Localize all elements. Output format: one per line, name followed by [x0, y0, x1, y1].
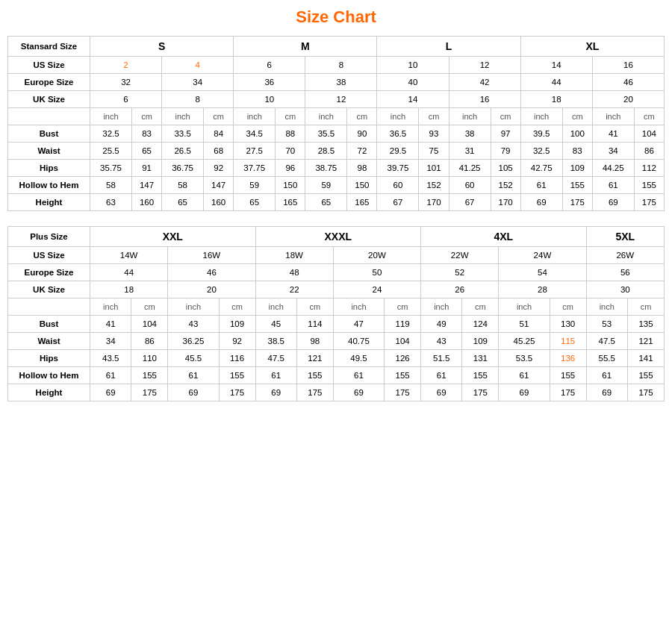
- standard-cell-2-13: 109: [562, 160, 592, 177]
- standard-cell-4-10: 67: [449, 194, 491, 211]
- standard-cell-2-3: 92: [204, 160, 234, 177]
- standard-cell-4-7: 165: [347, 194, 377, 211]
- standard-cell-4-11: 170: [491, 194, 520, 211]
- standard-cell-3-13: 155: [562, 177, 592, 194]
- standard-cell-2-15: 112: [634, 160, 664, 177]
- standard-cell-0-11: 97: [491, 125, 520, 143]
- plus-us-14w: 14W: [90, 247, 168, 264]
- plus-uk-28: 28: [499, 281, 586, 298]
- plus-cell-0-8: 49: [421, 316, 462, 333]
- standard-cell-1-7: 72: [347, 143, 377, 160]
- plus-cell-1-12: 47.5: [586, 333, 627, 350]
- eu-40: 40: [377, 74, 449, 91]
- plus-cell-0-6: 47: [333, 316, 384, 333]
- inch-header-5: inch: [377, 108, 419, 125]
- standard-cell-3-2: 58: [162, 177, 204, 194]
- plus-cell-4-8: 69: [421, 384, 462, 401]
- plus-eu-50: 50: [333, 264, 420, 281]
- standard-cell-3-14: 61: [592, 177, 634, 194]
- uk-12: 12: [305, 91, 377, 108]
- standard-cell-1-9: 75: [419, 143, 449, 160]
- uk-size-label: UK Size: [8, 91, 90, 108]
- plus-cell-1-11: 115: [550, 333, 586, 350]
- us-size-8: 8: [305, 57, 377, 74]
- standard-cell-1-1: 65: [132, 143, 162, 160]
- us-size-14: 14: [520, 57, 592, 74]
- us-size-16: 16: [592, 57, 664, 74]
- eu-36: 36: [234, 74, 305, 91]
- plus-cell-4-6: 69: [333, 384, 384, 401]
- plus-us-22w: 22W: [421, 247, 499, 264]
- plus-blank-header: [8, 298, 90, 316]
- plus-cell-4-4: 69: [255, 384, 296, 401]
- standard-row-label-3: Hollow to Hem: [8, 177, 90, 194]
- standard-cell-1-11: 79: [491, 143, 520, 160]
- plus-cell-0-12: 53: [586, 316, 627, 333]
- plus-cell-4-10: 69: [499, 384, 550, 401]
- plus-size-4xl: 4XL: [421, 227, 587, 247]
- us-size-label: US Size: [8, 57, 90, 74]
- standard-cell-1-3: 68: [204, 143, 234, 160]
- plus-cell-0-3: 109: [219, 316, 255, 333]
- plus-cell-0-9: 124: [462, 316, 499, 333]
- plus-cell-0-1: 104: [131, 316, 168, 333]
- plus-cell-3-12: 61: [586, 367, 627, 384]
- standard-cell-0-1: 83: [132, 125, 162, 143]
- plus-cell-2-12: 55.5: [586, 350, 627, 367]
- standard-cell-3-4: 59: [234, 177, 276, 194]
- plus-uk-24: 24: [333, 281, 420, 298]
- plus-cell-1-2: 36.25: [168, 333, 219, 350]
- plus-cell-3-1: 155: [131, 367, 168, 384]
- standard-cell-0-10: 38: [449, 125, 491, 143]
- standard-chart: Stansard Size S M L XL US Size 2 4 6 8 1…: [7, 36, 665, 211]
- plus-eu-54: 54: [499, 264, 586, 281]
- plus-cell-4-12: 69: [586, 384, 627, 401]
- plus-cell-2-9: 131: [462, 350, 499, 367]
- plus-europe-size-label: Europe Size: [8, 264, 90, 281]
- plus-inch-3: inch: [255, 298, 296, 316]
- standard-cell-4-5: 165: [276, 194, 305, 211]
- standard-cell-4-14: 69: [592, 194, 634, 211]
- plus-cell-0-10: 51: [499, 316, 550, 333]
- plus-cell-3-9: 155: [462, 367, 499, 384]
- standard-cell-1-2: 26.5: [162, 143, 204, 160]
- plus-inch-2: inch: [168, 298, 219, 316]
- standard-cell-1-12: 32.5: [520, 143, 562, 160]
- standard-table: Stansard Size S M L XL US Size 2 4 6 8 1…: [7, 36, 665, 211]
- uk-10: 10: [234, 91, 305, 108]
- plus-uk-22: 22: [255, 281, 333, 298]
- standard-cell-4-8: 67: [377, 194, 419, 211]
- cm-header-3: cm: [276, 108, 305, 125]
- standard-cell-0-12: 39.5: [520, 125, 562, 143]
- plus-cell-3-10: 61: [499, 367, 550, 384]
- uk-6: 6: [90, 91, 162, 108]
- plus-cell-1-9: 109: [462, 333, 499, 350]
- standard-cell-1-8: 29.5: [377, 143, 419, 160]
- plus-cell-1-8: 43: [421, 333, 462, 350]
- plus-eu-46: 46: [168, 264, 255, 281]
- plus-cm-7: cm: [627, 298, 664, 316]
- plus-inch-4: inch: [333, 298, 384, 316]
- plus-size-xxxl: XXXL: [255, 227, 421, 247]
- page-title: Size Chart: [7, 7, 665, 27]
- plus-size-5xl: 5XL: [586, 227, 664, 247]
- standard-cell-0-2: 33.5: [162, 125, 204, 143]
- standard-cell-3-11: 152: [491, 177, 520, 194]
- plus-cell-2-8: 51.5: [421, 350, 462, 367]
- standard-cell-0-8: 36.5: [377, 125, 419, 143]
- standard-cell-2-6: 38.75: [305, 160, 347, 177]
- standard-cell-1-5: 70: [276, 143, 305, 160]
- inch-header-6: inch: [449, 108, 491, 125]
- plus-cm-2: cm: [219, 298, 255, 316]
- uk-16: 16: [449, 91, 520, 108]
- plus-cell-1-7: 104: [385, 333, 421, 350]
- standard-cell-3-15: 155: [634, 177, 664, 194]
- standard-cell-0-9: 93: [419, 125, 449, 143]
- plus-cell-3-3: 155: [219, 367, 255, 384]
- plus-us-16w: 16W: [168, 247, 255, 264]
- standard-size-s: S: [90, 37, 234, 57]
- plus-inch-7: inch: [586, 298, 627, 316]
- inch-header-1: inch: [90, 108, 132, 125]
- plus-cell-3-4: 61: [255, 367, 296, 384]
- plus-cell-4-7: 175: [385, 384, 421, 401]
